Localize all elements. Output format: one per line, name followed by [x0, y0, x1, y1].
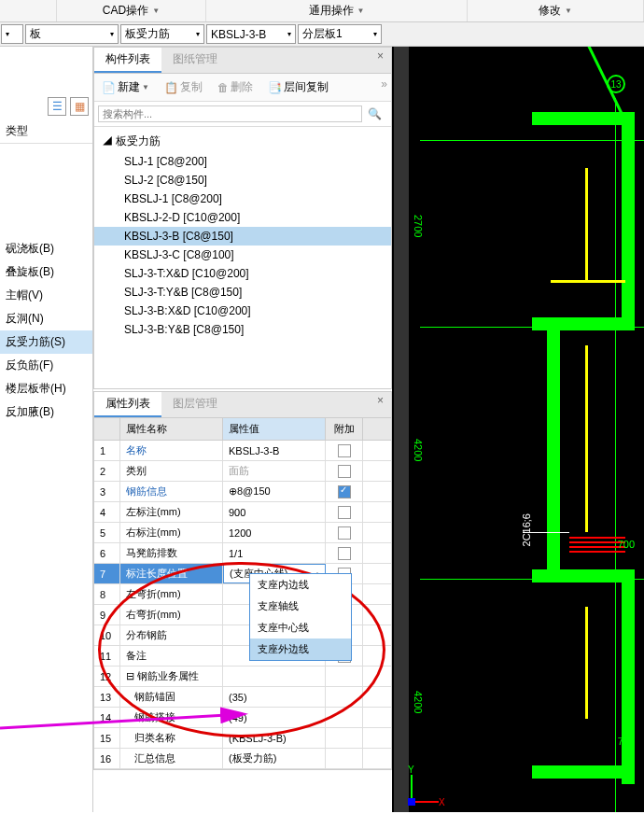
prop-num: 16: [94, 749, 120, 768]
tab-component-list[interactable]: 构件列表: [94, 48, 161, 73]
cad-dim-text: 700: [618, 736, 635, 747]
prop-extra[interactable]: [326, 749, 363, 768]
checkbox[interactable]: [338, 547, 351, 560]
sidebar-item[interactable]: 楼层板带(H): [0, 377, 92, 400]
prop-value[interactable]: 面筋: [223, 461, 326, 481]
property-row[interactable]: 5右标注(mm)1200: [94, 523, 391, 543]
prop-extra[interactable]: [326, 482, 363, 501]
search-icon[interactable]: 🔍: [362, 107, 387, 120]
tree-parent[interactable]: ◢ 板受力筋: [94, 131, 391, 152]
tree-item[interactable]: SLJ-1 [C8@200]: [94, 152, 391, 171]
prop-extra[interactable]: [326, 461, 363, 481]
prop-value[interactable]: KBSLJ-3-B: [223, 441, 326, 460]
dropdown-option[interactable]: 支座中心线: [250, 617, 351, 639]
property-row[interactable]: 3钢筋信息⊕8@150: [94, 482, 391, 502]
prop-extra[interactable]: [326, 523, 363, 542]
property-row[interactable]: 6马凳筋排数1/1: [94, 543, 391, 564]
prop-value[interactable]: 1/1: [223, 543, 326, 563]
cad-wall: [622, 569, 635, 784]
property-row[interactable]: 16 汇总信息(板受力筋): [94, 749, 391, 769]
tree-item[interactable]: KBSLJ-2-D [C10@200]: [94, 208, 391, 227]
prop-value[interactable]: (35): [223, 687, 326, 707]
tree-parent-label: 板受力筋: [116, 134, 161, 147]
selector-category[interactable]: 板▾: [25, 24, 119, 44]
tree-item[interactable]: SLJ-3-B:X&D [C10@200]: [94, 302, 391, 320]
menu-modify[interactable]: 修改▼: [468, 0, 644, 21]
property-row[interactable]: 12⊟ 钢筋业务属性: [94, 667, 391, 687]
tree-item[interactable]: SLJ-3-T:X&D [C10@200]: [94, 264, 391, 283]
checkbox[interactable]: [338, 506, 351, 519]
sidebar-item[interactable]: 反加腋(B): [0, 400, 92, 424]
property-row[interactable]: 15 归类名称(KBSLJ-3-B): [94, 728, 391, 749]
menu-sep[interactable]: [0, 0, 57, 21]
left-sidebar: ☰ ▦ 类型 砚浇板(B)叠旋板(B)主帽(V)反洞(N)反受力筋(S)反负筋(…: [0, 47, 93, 812]
sidebar-item[interactable]: 反负筋(F): [0, 354, 92, 377]
tree-item[interactable]: KBSLJ-3-B [C8@150]: [94, 227, 391, 246]
list-view-icon[interactable]: ☰: [48, 97, 66, 116]
new-button[interactable]: 📄新建▼: [98, 77, 153, 97]
prop-value[interactable]: [223, 667, 326, 686]
sidebar-item[interactable]: 砚浇板(B): [0, 237, 92, 260]
prop-extra[interactable]: [326, 667, 363, 686]
prop-value[interactable]: (板受力筋): [223, 749, 326, 768]
prop-header-value[interactable]: 属性值: [223, 418, 326, 440]
prop-extra[interactable]: [326, 441, 363, 460]
delete-button[interactable]: 🗑删除: [214, 77, 257, 97]
prop-value[interactable]: 900: [223, 502, 326, 522]
tree-item[interactable]: KBSLJ-3-C [C8@100]: [94, 246, 391, 264]
prop-value[interactable]: 1200: [223, 523, 326, 542]
checkbox[interactable]: [338, 526, 351, 540]
tree-item[interactable]: KBSLJ-1 [C8@200]: [94, 189, 391, 208]
prop-extra[interactable]: [326, 708, 363, 727]
tab-layer-mgmt[interactable]: 图层管理: [161, 392, 229, 417]
tab-drawing-mgmt[interactable]: 图纸管理: [161, 48, 229, 73]
tree-item[interactable]: SLJ-2 [C8@150]: [94, 171, 391, 189]
menu-general[interactable]: 通用操作▼: [206, 0, 468, 21]
prop-num: 11: [94, 646, 120, 666]
sidebar-item[interactable]: 叠旋板(B): [0, 260, 92, 284]
property-row[interactable]: 13 钢筋锚固(35): [94, 687, 391, 708]
cad-viewport[interactable]: 13 2700 4200 4200 700 700 2C16;6: [392, 47, 644, 812]
checkbox[interactable]: [338, 485, 351, 498]
checkbox[interactable]: [338, 465, 351, 478]
dropdown-option[interactable]: 支座轴线: [250, 596, 351, 617]
selector-0[interactable]: ▾: [1, 24, 23, 44]
tab-property-list[interactable]: 属性列表: [94, 392, 161, 417]
dropdown-option[interactable]: 支座内边线: [250, 574, 351, 596]
tree-item[interactable]: SLJ-3-T:Y&B [C8@150]: [94, 283, 391, 302]
cad-yellow-line: [585, 168, 588, 280]
property-row[interactable]: 1名称KBSLJ-3-B: [94, 441, 391, 461]
copy-button[interactable]: 📋复制: [161, 77, 206, 97]
property-row[interactable]: 2类别面筋: [94, 461, 391, 482]
grid-view-icon[interactable]: ▦: [70, 97, 89, 116]
checkbox[interactable]: [338, 444, 351, 457]
prop-extra[interactable]: [326, 687, 363, 707]
selector-layer[interactable]: 分层板1▾: [298, 24, 382, 44]
prop-value[interactable]: ⊕8@150: [223, 482, 326, 501]
property-row[interactable]: 14 钢筋搭接(49): [94, 708, 391, 728]
close-icon[interactable]: ×: [370, 392, 391, 417]
selector-type[interactable]: 板受力筋▾: [120, 24, 204, 44]
prop-extra[interactable]: [326, 728, 363, 748]
more-icon[interactable]: »: [381, 77, 387, 97]
prop-num: 3: [94, 482, 120, 501]
sidebar-item[interactable]: 反受力筋(S): [0, 330, 92, 354]
prop-value[interactable]: (KBSLJ-3-B): [223, 728, 326, 748]
dropdown-option[interactable]: 支座外边线: [250, 639, 351, 660]
prop-extra[interactable]: [326, 543, 363, 563]
cad-rebar: [569, 551, 625, 553]
sidebar-item[interactable]: 主帽(V): [0, 284, 92, 307]
property-row[interactable]: 4左标注(mm)900: [94, 502, 391, 523]
menu-cad[interactable]: CAD操作▼: [57, 0, 206, 21]
layer-copy-button[interactable]: 📑层间复制: [264, 77, 332, 97]
prop-name: 备注: [120, 646, 223, 666]
selector-component[interactable]: KBSLJ-3-B▾: [206, 24, 296, 44]
prop-name: 钢筋锚固: [120, 687, 223, 707]
sidebar-item[interactable]: 反洞(N): [0, 307, 92, 330]
close-icon[interactable]: ×: [370, 48, 391, 73]
prop-extra[interactable]: [326, 502, 363, 522]
search-input[interactable]: [98, 105, 362, 122]
chevron-down-icon: ▾: [110, 30, 114, 38]
prop-value[interactable]: (49): [223, 708, 326, 727]
tree-item[interactable]: SLJ-3-B:Y&B [C8@150]: [94, 320, 391, 339]
